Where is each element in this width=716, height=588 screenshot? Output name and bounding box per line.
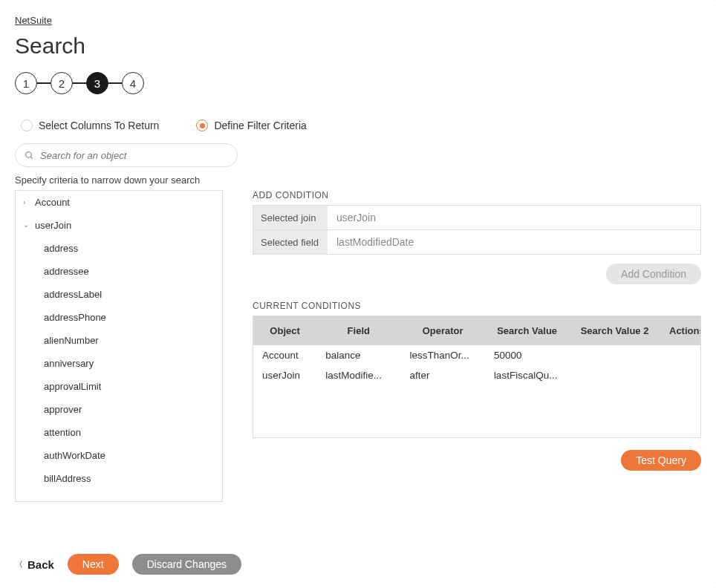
wizard-stepper: 1 2 3 4 <box>15 72 701 94</box>
chevron-right-icon: › <box>23 198 30 206</box>
selected-field-input[interactable] <box>328 230 700 254</box>
cell-field: lastModifie... <box>316 365 400 385</box>
tree-item-attention[interactable]: attention <box>16 421 222 444</box>
tree-item-addressphone[interactable]: addressPhone <box>16 306 222 329</box>
discard-changes-button[interactable]: Discard Changes <box>132 554 241 575</box>
back-button[interactable]: 〈 Back <box>15 558 54 571</box>
col-operator[interactable]: Operator <box>400 316 484 345</box>
chevron-down-icon: ⌄ <box>23 220 30 229</box>
cell-object: userJoin <box>253 365 316 385</box>
selected-field-label: Selected field <box>253 230 328 254</box>
tree-item-userjoin[interactable]: ⌄ userJoin <box>16 214 222 237</box>
radio-icon <box>21 120 33 131</box>
col-object[interactable]: Object <box>253 316 316 345</box>
tree-item-approver[interactable]: approver <box>16 398 222 421</box>
tree-item-billaddress[interactable]: billAddress <box>16 467 222 490</box>
tree-item-account[interactable]: › Account <box>16 191 222 214</box>
conditions-table: Object Field Operator Search Value Searc… <box>253 316 701 437</box>
col-value[interactable]: Search Value <box>485 316 569 345</box>
cell-operator: after <box>400 365 484 385</box>
svg-point-0 <box>26 151 32 157</box>
tree-item-authworkdate[interactable]: authWorkDate <box>16 444 222 467</box>
tree-item-addressee[interactable]: addressee <box>16 260 222 283</box>
helper-text: Specify criteria to narrow down your sea… <box>15 174 701 186</box>
step-3[interactable]: 3 <box>86 72 108 94</box>
test-query-button[interactable]: Test Query <box>621 450 701 471</box>
col-value2[interactable]: Search Value 2 <box>569 316 660 345</box>
tree-item-address[interactable]: address <box>16 237 222 260</box>
cell-operator: lessThanOr... <box>400 345 484 365</box>
radio-label: Select Columns To Return <box>39 120 159 131</box>
step-4[interactable]: 4 <box>122 72 144 94</box>
search-icon <box>25 151 34 160</box>
radio-select-columns[interactable]: Select Columns To Return <box>21 120 159 131</box>
tree-item-anniversary[interactable]: anniversary <box>16 352 222 375</box>
cell-value: 50000 <box>485 345 569 365</box>
cell-object: Account <box>253 345 316 365</box>
table-row[interactable]: Account balance lessThanOr... 50000 <box>253 345 701 365</box>
next-button[interactable]: Next <box>68 554 119 575</box>
tree-item-approvallimit[interactable]: approvalLimit <box>16 375 222 398</box>
tree-item-addresslabel[interactable]: addressLabel <box>16 283 222 306</box>
step-connector <box>73 82 86 84</box>
back-label: Back <box>27 558 54 571</box>
radio-icon <box>196 120 208 131</box>
add-condition-button[interactable]: Add Condition <box>606 264 701 284</box>
tree-label: Account <box>35 197 70 208</box>
add-condition-label: ADD CONDITION <box>253 190 701 200</box>
cell-value: lastFiscalQu... <box>485 365 569 385</box>
svg-line-1 <box>30 157 33 159</box>
step-connector <box>108 82 122 84</box>
breadcrumb-netsuite[interactable]: NetSuite <box>15 15 52 26</box>
tree-label: userJoin <box>35 220 71 231</box>
object-tree[interactable]: › Account ⌄ userJoin address addressee a… <box>15 190 223 502</box>
col-field[interactable]: Field <box>316 316 400 345</box>
selected-join-input[interactable] <box>328 206 700 229</box>
page-title: Search <box>15 33 701 59</box>
step-2[interactable]: 2 <box>51 72 73 94</box>
current-conditions-label: CURRENT CONDITIONS <box>253 301 701 311</box>
step-connector <box>37 82 51 84</box>
tree-item-aliennumber[interactable]: alienNumber <box>16 329 222 352</box>
step-1[interactable]: 1 <box>15 72 37 94</box>
radio-label: Define Filter Criteria <box>214 120 306 131</box>
cell-value2 <box>569 345 660 365</box>
chevron-left-icon: 〈 <box>15 559 23 570</box>
radio-define-filter[interactable]: Define Filter Criteria <box>196 120 306 131</box>
conditions-table-wrap[interactable]: Object Field Operator Search Value Searc… <box>253 316 701 438</box>
search-input[interactable] <box>40 150 228 161</box>
table-row[interactable]: userJoin lastModifie... after lastFiscal… <box>253 365 701 385</box>
search-box[interactable] <box>15 143 238 167</box>
cell-field: balance <box>316 345 400 365</box>
cell-value2 <box>569 365 660 385</box>
selected-join-label: Selected join <box>253 206 328 229</box>
col-actions[interactable]: Actions <box>660 316 701 345</box>
